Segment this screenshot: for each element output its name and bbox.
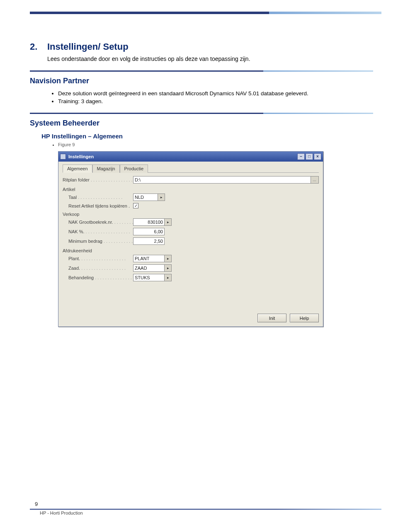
nak-pct-input[interactable]	[133, 228, 165, 235]
close-button[interactable]: ×	[314, 153, 321, 160]
tab-algemeen[interactable]: Algemeen	[63, 164, 92, 173]
row-nak-gb: NAK Grootboekrek.nr. ▸	[63, 218, 319, 226]
row-taal: Taal ▸	[63, 193, 319, 201]
instellingen-dialog: Instellingen – □ × Algemeen Magazijn Pro…	[58, 151, 323, 327]
list-item: Training: 3 dagen.	[58, 98, 373, 104]
zaad-lookup-button[interactable]: ▸	[164, 264, 172, 272]
behandeling-input[interactable]	[133, 274, 165, 281]
zaad-input[interactable]	[133, 264, 165, 272]
row-nak-pct: NAK %.	[63, 228, 319, 235]
section-rule-1	[30, 70, 373, 72]
nak-gb-input[interactable]	[133, 218, 165, 226]
browse-button[interactable]: …	[311, 176, 319, 184]
row-ritplan: Ritplan folder …	[63, 176, 319, 184]
beheerder-sub: HP Instellingen – Algemeen	[41, 133, 373, 140]
page-footer: 9 HP - Horti Production	[30, 501, 381, 515]
tab-magazijn[interactable]: Magazijn	[92, 164, 120, 173]
nak-pct-label: NAK %.	[63, 229, 133, 234]
row-reset: Reset Artikel tijdens kopiëren . ✓	[63, 203, 319, 208]
reset-checkbox[interactable]: ✓	[133, 203, 138, 208]
footer-rule	[30, 509, 381, 510]
nak-gb-lookup-button[interactable]: ▸	[164, 218, 172, 226]
taal-lookup-button[interactable]: ▸	[158, 193, 165, 201]
init-button[interactable]: Init	[257, 314, 286, 322]
page-number: 9	[35, 501, 381, 507]
taal-label: Taal	[63, 195, 133, 200]
tab-productie[interactable]: Productie	[120, 164, 148, 173]
row-plant: Plant. ▸	[63, 255, 319, 262]
partner-bullets: Deze solution wordt geïntegreerd in een …	[58, 90, 373, 104]
plant-lookup-button[interactable]: ▸	[164, 255, 172, 262]
minimize-button[interactable]: –	[297, 153, 305, 160]
app-icon	[60, 154, 66, 160]
min-bedrag-label: Minimum bedrag	[63, 239, 133, 244]
artikel-section-label: Artikel	[63, 187, 319, 192]
dialog-button-row: Init Help	[63, 310, 319, 322]
partner-heading: Navision Partner	[30, 77, 373, 85]
zaad-label: Zaad.	[63, 266, 133, 271]
ritplan-label: Ritplan folder	[63, 177, 133, 182]
taal-input[interactable]	[133, 193, 158, 201]
ritplan-input[interactable]	[133, 176, 311, 184]
afdruk-section-label: Afdrukeenheid	[63, 248, 319, 253]
row-min-bedrag: Minimum bedrag	[63, 237, 319, 245]
row-zaad: Zaad. ▸	[63, 264, 319, 272]
help-button[interactable]: Help	[290, 314, 319, 322]
maximize-button[interactable]: □	[306, 153, 313, 160]
dialog-body: Algemeen Magazijn Productie Ritplan fold…	[58, 162, 323, 326]
row-behandeling: Behandeling ▸	[63, 274, 319, 281]
reset-label: Reset Artikel tijdens kopiëren .	[63, 203, 133, 208]
page-top-rule	[30, 12, 381, 14]
verkoop-section-label: Verkoop	[63, 212, 319, 217]
nak-gb-label: NAK Grootboekrek.nr.	[63, 220, 133, 225]
section-heading: 2. Instellingen/ Setup	[30, 41, 373, 52]
plant-label: Plant.	[63, 256, 133, 261]
page-content: 2. Instellingen/ Setup Lees onderstaande…	[30, 41, 373, 327]
footer-doc-title: HP - Horti Production	[40, 510, 381, 515]
list-item: Deze solution wordt geïntegreerd in een …	[58, 90, 373, 97]
dialog-titlebar[interactable]: Instellingen – □ ×	[58, 152, 323, 162]
beheerder-heading: Systeem Beheerder	[30, 119, 373, 128]
figure-caption-list: Figure 9	[58, 142, 373, 147]
section-rule-2	[30, 113, 373, 114]
min-bedrag-input[interactable]	[133, 237, 165, 245]
heading-title: Instellingen/ Setup	[47, 41, 129, 52]
heading-number: 2.	[30, 41, 47, 52]
figure-caption: Figure 9	[58, 142, 373, 147]
plant-input[interactable]	[133, 255, 165, 262]
behandeling-label: Behandeling	[63, 275, 133, 280]
heading-intro: Lees onderstaande door en volg de instru…	[47, 56, 373, 62]
dialog-title: Instellingen	[68, 154, 94, 159]
behandeling-lookup-button[interactable]: ▸	[164, 274, 172, 281]
tab-strip: Algemeen Magazijn Productie	[63, 164, 319, 173]
